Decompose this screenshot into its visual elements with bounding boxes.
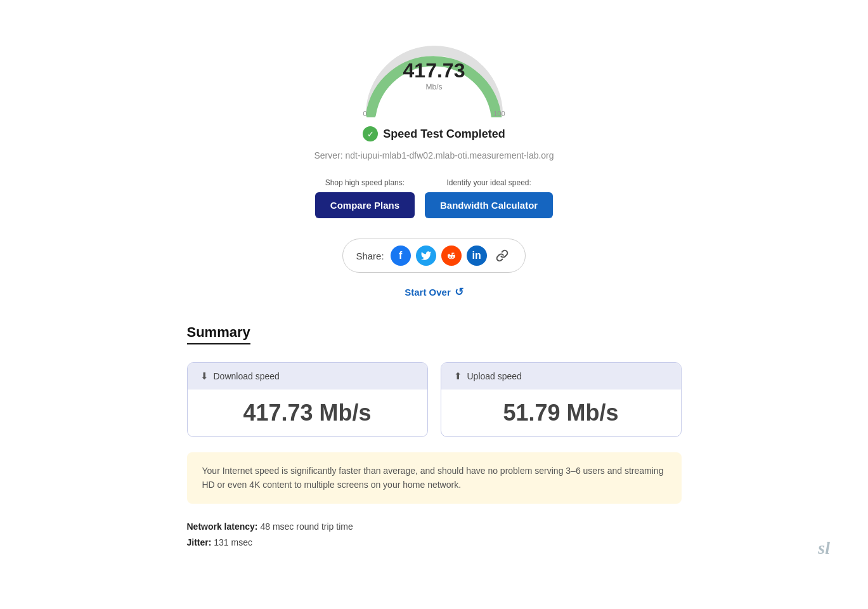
summary-title: Summary [187,324,250,344]
share-label: Share: [356,251,384,261]
linkedin-icon[interactable]: in [467,246,487,266]
start-over-label: Start Over [405,287,451,298]
gauge-container: 417.73 Mb/s 0 100 [358,25,510,117]
status-text: Speed Test Completed [383,128,505,141]
check-circle-icon: ✓ [363,126,378,141]
latency-label: Network latency: [187,521,258,532]
upload-speed-card: ⬆ Upload speed 51.79 Mb/s [441,362,682,437]
compare-plans-group: Shop high speed plans: Compare Plans [315,178,415,218]
page-container: 417.73 Mb/s 0 100 ✓ Speed Test Completed… [149,0,720,589]
twitter-icon[interactable] [416,246,436,266]
download-label: Download speed [214,371,280,381]
bandwidth-calc-label: Identify your ideal speed: [446,178,531,187]
jitter-row: Jitter: 131 msec [187,535,682,551]
server-label: Server: [314,150,342,160]
download-speed-card: ⬇ Download speed 417.73 Mb/s [187,362,428,437]
upload-icon: ⬆ [454,370,462,382]
server-value: ndt-iupui-mlab1-dfw02.mlab-oti.measureme… [345,150,554,160]
gauge-unit: Mb/s [403,82,465,91]
download-value: 417.73 Mb/s [188,390,427,436]
speed-cards: ⬇ Download speed 417.73 Mb/s ⬆ Upload sp… [187,362,682,437]
gauge-value: 417.73 Mb/s [403,60,465,91]
reddit-icon[interactable] [441,246,462,266]
jitter-label: Jitter: [187,537,212,547]
cta-row: Shop high speed plans: Compare Plans Ide… [315,178,553,218]
info-banner: Your Internet speed is significantly fas… [187,452,682,504]
compare-plans-button[interactable]: Compare Plans [315,192,415,218]
bandwidth-calc-button[interactable]: Bandwidth Calculator [425,192,553,218]
compare-plans-label: Shop high speed plans: [325,178,405,187]
link-icon[interactable] [492,246,512,266]
jitter-value: 131 msec [214,537,252,547]
facebook-icon[interactable]: f [391,246,411,266]
upload-card-header: ⬆ Upload speed [441,363,681,390]
sl-watermark: sl [818,538,830,558]
start-over-link[interactable]: Start Over ↺ [405,285,463,299]
gauge-number: 417.73 [403,60,465,81]
latency-row: Network latency: 48 msec round trip time [187,519,682,535]
status-row: ✓ Speed Test Completed [363,126,505,141]
bandwidth-calc-group: Identify your ideal speed: Bandwidth Cal… [425,178,553,218]
latency-value: 48 msec round trip time [260,521,353,532]
network-info: Network latency: 48 msec round trip time… [187,519,682,551]
server-info: Server: ndt-iupui-mlab1-dfw02.mlab-oti.m… [314,150,554,160]
gauge-label-right: 100 [493,110,505,117]
info-text: Your Internet speed is significantly fas… [202,466,664,490]
upload-value: 51.79 Mb/s [441,390,681,436]
download-card-header: ⬇ Download speed [188,363,427,390]
gauge-label-left: 0 [363,110,367,117]
refresh-icon: ↺ [455,285,463,299]
summary-section: Summary ⬇ Download speed 417.73 Mb/s ⬆ U… [162,324,707,551]
share-box: Share: f in [342,239,525,273]
upload-label: Upload speed [467,371,522,381]
download-icon: ⬇ [200,370,209,382]
share-icons: f in [391,246,512,266]
